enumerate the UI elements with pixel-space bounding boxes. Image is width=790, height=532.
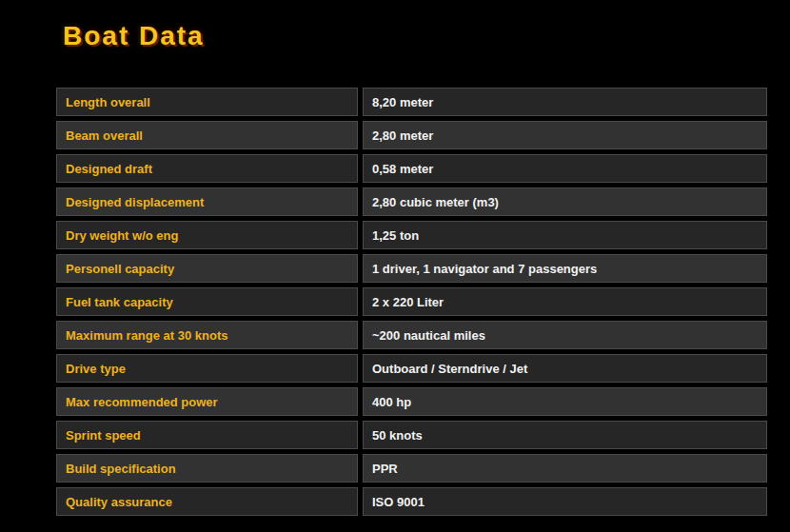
spec-row: Sprint speed 50 knots	[56, 421, 767, 449]
spec-value-cell: Outboard / Sterndrive / Jet	[363, 354, 767, 383]
spec-label-cell: Length overall	[56, 88, 358, 116]
spec-value-cell: ISO 9001	[363, 487, 767, 516]
spec-label-cell: Fuel tank capacity	[56, 287, 358, 316]
spec-value-cell: 1 driver, 1 navigator and 7 passengers	[363, 254, 767, 283]
spec-value-cell: 2,80 cubic meter (m3)	[363, 187, 767, 216]
spec-row: Max recommended power 400 hp	[56, 387, 767, 416]
spec-label-cell: Build specification	[56, 454, 358, 483]
spec-row: Length overall 8,20 meter	[56, 88, 767, 116]
spec-label-cell: Maximum range at 30 knots	[56, 321, 358, 349]
spec-value-cell: ~200 nautical miles	[363, 321, 767, 349]
spec-value-cell: PPR	[363, 454, 767, 483]
spec-row: Quality assurance ISO 9001	[56, 487, 767, 516]
spec-row: Maximum range at 30 knots ~200 nautical …	[56, 321, 767, 349]
spec-value-cell: 50 knots	[363, 421, 767, 449]
spec-value-cell: 2,80 meter	[363, 121, 767, 149]
spec-value-cell: 400 hp	[363, 387, 767, 416]
spec-row: Designed displacement 2,80 cubic meter (…	[56, 187, 767, 216]
spec-label-cell: Designed displacement	[56, 187, 358, 216]
spec-value-cell: 1,25 ton	[363, 221, 767, 249]
boat-data-page: Boat Data Length overall 8,20 meter Beam…	[0, 0, 790, 532]
spec-row: Beam overall 2,80 meter	[56, 121, 767, 149]
spec-row: Personell capacity 1 driver, 1 navigator…	[56, 254, 767, 283]
spec-label-cell: Dry weight w/o eng	[56, 221, 358, 249]
spec-row: Designed draft 0,58 meter	[56, 154, 767, 183]
page-title: Boat Data	[63, 21, 205, 51]
spec-label-cell: Beam overall	[56, 121, 358, 149]
spec-value-cell: 0,58 meter	[363, 154, 767, 183]
spec-label-cell: Max recommended power	[56, 387, 358, 416]
spec-label-cell: Personell capacity	[56, 254, 358, 283]
spec-label-cell: Drive type	[56, 354, 358, 383]
spec-row: Dry weight w/o eng 1,25 ton	[56, 221, 767, 249]
spec-value-cell: 2 x 220 Liter	[363, 287, 767, 316]
spec-value-cell: 8,20 meter	[363, 88, 767, 116]
spec-label-cell: Quality assurance	[56, 487, 358, 516]
spec-row: Fuel tank capacity 2 x 220 Liter	[56, 287, 767, 316]
spec-row: Drive type Outboard / Sterndrive / Jet	[56, 354, 767, 383]
spec-label-cell: Designed draft	[56, 154, 358, 183]
spec-table: Length overall 8,20 meter Beam overall 2…	[56, 88, 767, 521]
spec-row: Build specification PPR	[56, 454, 767, 483]
spec-label-cell: Sprint speed	[56, 421, 358, 449]
